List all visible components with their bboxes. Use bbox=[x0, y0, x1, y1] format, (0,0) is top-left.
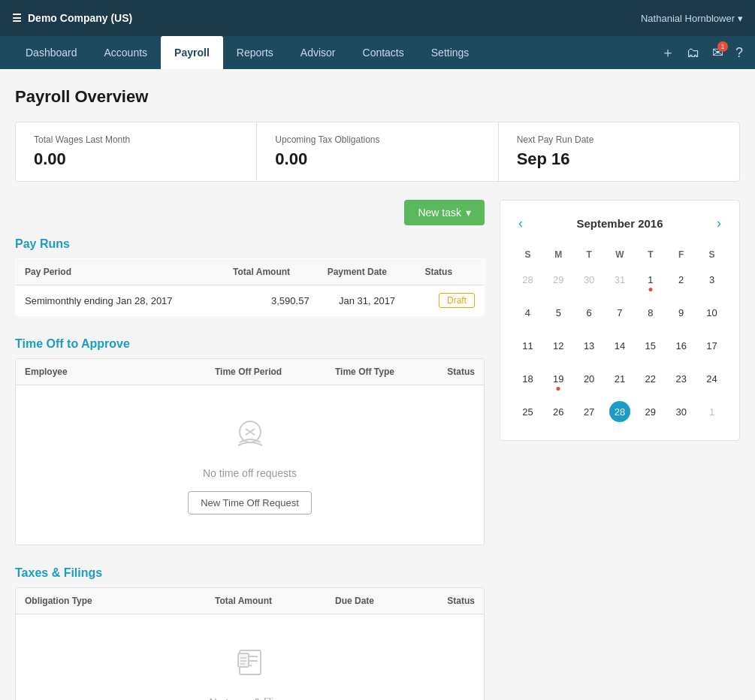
table-row[interactable]: Semimonthly ending Jan 28, 2017 3,590.57… bbox=[16, 285, 485, 316]
calendar-day-cell[interactable]: 29 bbox=[543, 263, 574, 296]
taxes-table-container: Obligation Type Total Amount Due Date St… bbox=[15, 587, 485, 700]
mail-icon[interactable]: ✉ 1 bbox=[712, 44, 723, 61]
col-time-off-type: Time Off Type bbox=[326, 359, 424, 385]
nav-accounts[interactable]: Accounts bbox=[91, 36, 162, 69]
col-time-off-status: Status bbox=[424, 359, 484, 385]
calendar-day-cell[interactable]: 14 bbox=[605, 329, 636, 362]
nav-reports[interactable]: Reports bbox=[223, 36, 287, 69]
col-taxes-status: Status bbox=[424, 588, 484, 614]
new-task-label: New task bbox=[418, 207, 461, 219]
calendar-day-cell[interactable]: 17 bbox=[696, 329, 727, 362]
stat-tax: Upcoming Tax Obligations 0.00 bbox=[257, 122, 498, 181]
chevron-down-icon: ▾ bbox=[738, 13, 743, 24]
calendar-day-cell[interactable]: 30 bbox=[574, 263, 605, 296]
calendar-day-cell[interactable]: 5 bbox=[543, 296, 574, 329]
nav-payroll[interactable]: Payroll bbox=[161, 36, 223, 69]
page-content: Payroll Overview Total Wages Last Month … bbox=[0, 69, 755, 700]
left-column: New task ▾ Pay Runs Pay Period Total Amo… bbox=[15, 200, 485, 700]
calendar-day-cell[interactable]: 21 bbox=[605, 362, 636, 395]
calendar-day-cell[interactable]: 12 bbox=[543, 329, 574, 362]
stat-tax-value: 0.00 bbox=[275, 149, 479, 169]
day-header-t2: T bbox=[635, 246, 666, 263]
col-taxes-total-amount: Total Amount bbox=[206, 588, 326, 614]
col-payment-date: Payment Date bbox=[319, 259, 416, 285]
col-total-amount: Total Amount bbox=[224, 259, 319, 285]
company-name[interactable]: ☰ Demo Company (US) bbox=[12, 12, 132, 24]
calendar-day-cell[interactable]: 3 bbox=[696, 263, 727, 296]
nav-dashboard[interactable]: Dashboard bbox=[12, 36, 91, 69]
status-cell: Draft bbox=[415, 285, 484, 316]
folder-icon[interactable]: 🗂 bbox=[687, 45, 700, 61]
time-off-section: Time Off to Approve Employee Time Off Pe… bbox=[15, 337, 485, 545]
nav-bar: Dashboard Accounts Payroll Reports Advis… bbox=[0, 36, 755, 69]
calendar-day-cell[interactable]: 4 bbox=[512, 296, 543, 329]
calendar-day-cell[interactable]: 22 bbox=[635, 362, 666, 395]
calendar-day-cell[interactable]: 31 bbox=[605, 263, 636, 296]
new-task-button[interactable]: New task ▾ bbox=[404, 200, 485, 225]
calendar-day-cell[interactable]: 16 bbox=[666, 329, 696, 362]
stat-wages-value: 0.00 bbox=[34, 149, 238, 169]
calendar-day-cell[interactable]: 13 bbox=[574, 329, 605, 362]
svg-rect-7 bbox=[238, 653, 249, 667]
stat-next-pay-value: Sep 16 bbox=[517, 149, 721, 169]
time-off-title: Time Off to Approve bbox=[15, 337, 485, 351]
amount-cell: 3,590.57 bbox=[224, 285, 319, 316]
calendar-day-cell[interactable]: 1 bbox=[635, 263, 666, 296]
calendar-day-cell[interactable]: 23 bbox=[666, 362, 696, 395]
calendar-day-cell[interactable]: 8 bbox=[635, 296, 666, 329]
new-task-row: New task ▾ bbox=[15, 200, 485, 225]
calendar-day-cell[interactable]: 28 bbox=[512, 263, 543, 296]
calendar-day-cell[interactable]: 18 bbox=[512, 362, 543, 395]
calendar-day-cell[interactable]: 2 bbox=[666, 263, 696, 296]
calendar-day-cell[interactable]: 28 bbox=[605, 395, 636, 428]
taxes-empty-state: No taxes & filings bbox=[16, 614, 484, 700]
stat-wages-label: Total Wages Last Month bbox=[34, 134, 238, 145]
add-icon[interactable]: ＋ bbox=[661, 44, 675, 62]
stat-tax-label: Upcoming Tax Obligations bbox=[275, 134, 479, 145]
nav-contacts[interactable]: Contacts bbox=[349, 36, 418, 69]
nav-settings[interactable]: Settings bbox=[418, 36, 483, 69]
calendar-next-button[interactable]: › bbox=[711, 213, 727, 234]
calendar-day-cell[interactable]: 24 bbox=[696, 362, 727, 395]
taxes-header: Obligation Type Total Amount Due Date St… bbox=[16, 588, 484, 614]
right-column: ‹ September 2016 › S M T W T F S bbox=[500, 200, 740, 700]
taxes-empty-text: No taxes & filings bbox=[31, 696, 469, 700]
day-header-s2: S bbox=[696, 246, 727, 263]
time-off-empty-state: No time off requests New Time Off Reques… bbox=[16, 385, 484, 545]
calendar-day-cell[interactable]: 30 bbox=[666, 395, 696, 428]
calendar-day-cell[interactable]: 10 bbox=[696, 296, 727, 329]
calendar-day-cell[interactable]: 1 bbox=[696, 395, 727, 428]
calendar-widget: ‹ September 2016 › S M T W T F S bbox=[500, 200, 740, 441]
user-menu[interactable]: Nathanial Hornblower ▾ bbox=[641, 13, 743, 24]
dropdown-arrow-icon: ▾ bbox=[466, 207, 471, 219]
calendar-day-cell[interactable]: 15 bbox=[635, 329, 666, 362]
col-obligation-type: Obligation Type bbox=[16, 588, 206, 614]
pay-runs-table: Pay Period Total Amount Payment Date Sta… bbox=[15, 258, 485, 316]
page-title: Payroll Overview bbox=[15, 87, 740, 107]
help-icon[interactable]: ? bbox=[735, 45, 743, 61]
main-layout: New task ▾ Pay Runs Pay Period Total Amo… bbox=[15, 200, 740, 700]
col-time-off-period: Time Off Period bbox=[206, 359, 326, 385]
taxes-section: Taxes & Filings Obligation Type Total Am… bbox=[15, 566, 485, 700]
calendar-day-cell[interactable]: 25 bbox=[512, 395, 543, 428]
calendar-prev-button[interactable]: ‹ bbox=[512, 213, 529, 234]
calendar-day-cell[interactable]: 27 bbox=[574, 395, 605, 428]
stats-row: Total Wages Last Month 0.00 Upcoming Tax… bbox=[15, 122, 740, 182]
calendar-day-cell[interactable]: 26 bbox=[543, 395, 574, 428]
calendar-day-cell[interactable]: 9 bbox=[666, 296, 696, 329]
calendar-day-cell[interactable]: 20 bbox=[574, 362, 605, 395]
calendar-day-cell[interactable]: 19 bbox=[543, 362, 574, 395]
day-header-w: W bbox=[605, 246, 636, 263]
stat-next-pay-label: Next Pay Run Date bbox=[517, 134, 721, 145]
calendar-day-cell[interactable]: 6 bbox=[574, 296, 605, 329]
nav-advisor[interactable]: Advisor bbox=[287, 36, 349, 69]
top-bar: ☰ Demo Company (US) Nathanial Hornblower… bbox=[0, 0, 755, 36]
calendar-day-cell[interactable]: 7 bbox=[605, 296, 636, 329]
calendar-day-cell[interactable]: 11 bbox=[512, 329, 543, 362]
pay-runs-title: Pay Runs bbox=[15, 237, 485, 251]
new-time-off-request-button[interactable]: New Time Off Request bbox=[188, 491, 312, 514]
stat-wages: Total Wages Last Month 0.00 bbox=[16, 122, 257, 181]
calendar-day-cell[interactable]: 29 bbox=[635, 395, 666, 428]
calendar-grid: S M T W T F S 28293031123456789101112131… bbox=[512, 246, 727, 428]
calendar-header: ‹ September 2016 › bbox=[512, 213, 727, 234]
